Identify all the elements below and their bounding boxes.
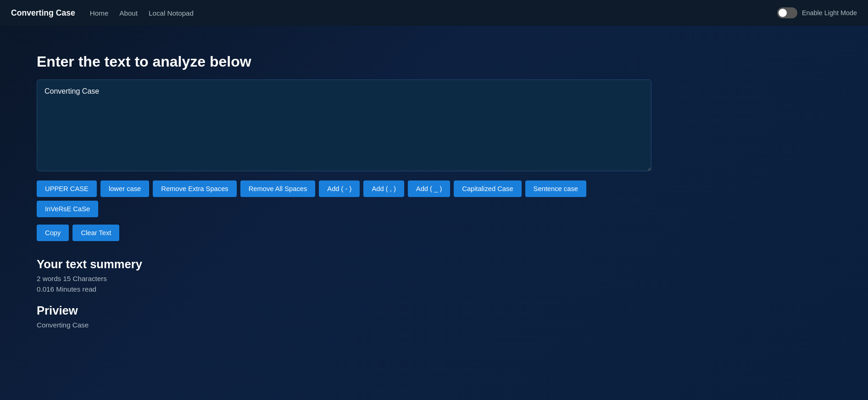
main-content: Enter the text to analyze below Converti… <box>0 26 688 347</box>
summary-stats: 2 words 15 Characters <box>37 275 651 282</box>
preview-title: Priview <box>37 304 651 317</box>
add-underscore-button[interactable]: Add ( _ ) <box>408 180 450 197</box>
light-mode-toggle[interactable] <box>777 7 797 18</box>
page-heading: Enter the text to analyze below <box>37 53 651 70</box>
buttons-row-2: Copy Clear Text <box>37 225 651 241</box>
summary-title: Your text summery <box>37 258 651 271</box>
capitalized-case-button[interactable]: Capitalized Case <box>454 180 521 197</box>
navbar-links: Home About Local Notopad <box>90 9 762 17</box>
text-input[interactable]: Converting Case <box>37 79 651 171</box>
navbar-brand: Converting Case <box>11 8 75 18</box>
remove-extra-spaces-button[interactable]: Remove Extra Spaces <box>153 180 236 197</box>
upper-case-button[interactable]: UPPER CASE <box>37 180 97 197</box>
copy-button[interactable]: Copy <box>37 225 69 241</box>
summary-read-time: 0.016 Minutes read <box>37 285 651 293</box>
add-dash-button[interactable]: Add ( - ) <box>319 180 360 197</box>
summary-section: Your text summery 2 words 15 Characters … <box>37 258 651 293</box>
remove-all-spaces-button[interactable]: Remove All Spaces <box>240 180 316 197</box>
nav-link-home[interactable]: Home <box>90 9 109 17</box>
clear-text-button[interactable]: Clear Text <box>72 225 119 241</box>
add-comma-button[interactable]: Add ( , ) <box>363 180 404 197</box>
buttons-row-1: UPPER CASE lower case Remove Extra Space… <box>37 180 651 217</box>
preview-text: Converting Case <box>37 321 651 329</box>
nav-link-local-notopad[interactable]: Local Notopad <box>149 9 194 17</box>
preview-section: Priview Converting Case <box>37 304 651 329</box>
nav-link-about[interactable]: About <box>119 9 138 17</box>
inverse-case-button[interactable]: InVeRsE CaSe <box>37 201 98 217</box>
navbar-right: Enable Light Mode <box>777 7 857 18</box>
navbar: Converting Case Home About Local Notopad… <box>0 0 868 26</box>
toggle-label: Enable Light Mode <box>802 9 857 17</box>
sentence-case-button[interactable]: Sentence case <box>525 180 586 197</box>
lower-case-button[interactable]: lower case <box>100 180 149 197</box>
